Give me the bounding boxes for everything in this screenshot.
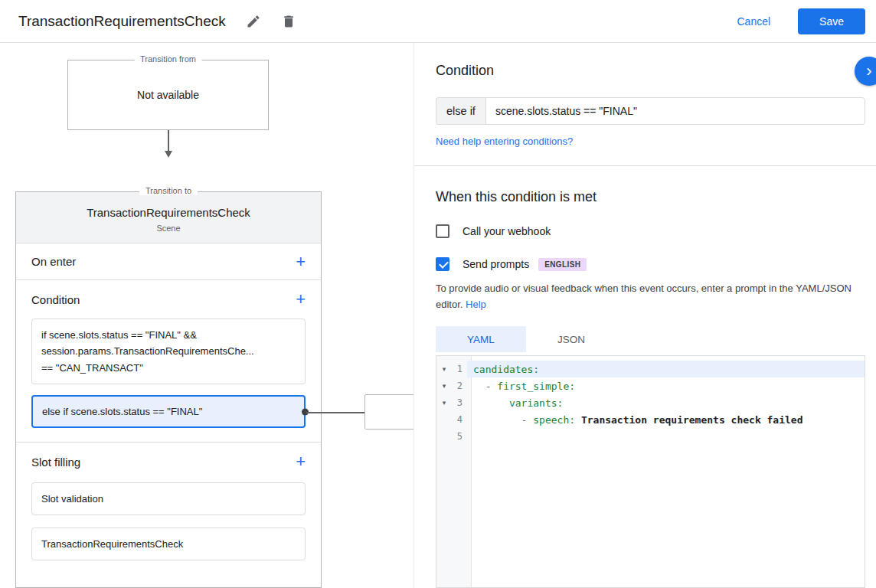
- yaml-key: variants:: [509, 397, 563, 409]
- condition-input-row: else if: [436, 97, 865, 125]
- editor-lines: ▾ 1 candidates: ▾ 2 - first_simple: ▾ 3 …: [436, 356, 865, 445]
- condition-input[interactable]: [485, 97, 865, 125]
- connector-line: [306, 412, 366, 413]
- add-condition-button[interactable]: +: [296, 291, 306, 308]
- fold-arrow-icon[interactable]: ▾: [436, 399, 452, 407]
- language-badge: ENGLISH: [538, 258, 587, 271]
- fold-arrow-icon[interactable]: ▾: [436, 365, 452, 373]
- fold-arrow-icon[interactable]: ▾: [436, 382, 452, 390]
- code-content[interactable]: - first_simple:: [467, 377, 865, 394]
- send-prompts-label: Send prompts: [463, 258, 529, 270]
- panel-title: Condition: [436, 63, 865, 79]
- prompts-description: To provide audio or visual feedback when…: [436, 280, 865, 312]
- collapse-panel-button[interactable]: ›: [855, 57, 876, 86]
- flow-arrow-down: [168, 130, 169, 152]
- add-slot-filling-button[interactable]: +: [296, 453, 306, 470]
- code-line[interactable]: 5: [436, 428, 865, 445]
- webhook-label: Call your webhook: [463, 225, 551, 237]
- condition-section-title: Condition: [31, 293, 80, 306]
- transition-from-label: Transition from: [134, 54, 202, 64]
- condition-editor-panel: › Condition else if Need help entering c…: [413, 43, 876, 588]
- scene-card-title: TransactionRequirementsCheck: [28, 206, 309, 219]
- delete-button[interactable]: [281, 14, 296, 29]
- line-number: 1: [452, 364, 467, 374]
- panel-divider: [414, 165, 876, 166]
- scene-card-subtitle: Scene: [28, 224, 309, 233]
- slot-item-transaction-check[interactable]: TransactionRequirementsCheck: [31, 528, 306, 560]
- condition-section: Condition + if scene.slots.status == "FI…: [16, 280, 321, 443]
- send-prompts-row: Send prompts ENGLISH: [436, 257, 865, 271]
- on-enter-title: On enter: [31, 255, 76, 268]
- prompts-description-text: To provide audio or visual feedback when…: [436, 283, 851, 310]
- send-prompts-checkbox[interactable]: [436, 257, 449, 271]
- condition-help-link[interactable]: Need help entering conditions?: [436, 136, 573, 147]
- line-number: 2: [452, 381, 467, 391]
- slot-item-validation[interactable]: Slot validation: [31, 482, 306, 515]
- yaml-code-editor[interactable]: ▾ 1 candidates: ▾ 2 - first_simple: ▾ 3 …: [436, 355, 865, 588]
- scene-card-header: TransactionRequirementsCheck Scene: [16, 192, 321, 243]
- code-line[interactable]: ▾ 2 - first_simple:: [436, 377, 865, 394]
- pencil-icon: [246, 14, 261, 29]
- tab-json[interactable]: JSON: [526, 326, 616, 352]
- transition-from-content: Not available: [68, 60, 268, 129]
- trash-icon: [281, 14, 296, 29]
- condition-section-head: Condition +: [16, 280, 321, 318]
- line-number: 4: [452, 414, 467, 425]
- code-content[interactable]: [467, 428, 865, 445]
- edit-button[interactable]: [246, 14, 261, 29]
- code-line[interactable]: 4 - speech: Transaction requirements che…: [436, 411, 865, 428]
- prompts-help-link[interactable]: Help: [466, 299, 486, 310]
- yaml-key: candidates:: [473, 364, 539, 375]
- condition-item-elseif-text: else if scene.slots.status == "FINAL": [42, 406, 202, 417]
- code-indent: -: [473, 381, 497, 392]
- yaml-value: Transaction requirements check failed: [575, 414, 802, 426]
- page-body: Transition from Not available Transition…: [0, 43, 876, 588]
- tab-yaml[interactable]: YAML: [436, 326, 526, 352]
- yaml-key: speech:: [533, 414, 575, 426]
- slot-filling-section: Slot filling + Slot validation Transacti…: [16, 443, 321, 560]
- top-bar: TransactionRequirementsCheck Cancel Save: [0, 0, 876, 43]
- code-content[interactable]: - speech: Transaction requirements check…: [467, 411, 865, 428]
- yaml-key: first_simple:: [497, 381, 575, 392]
- save-button[interactable]: Save: [798, 8, 865, 34]
- code-line[interactable]: ▾ 3 variants:: [436, 394, 865, 411]
- slot-filling-section-head: Slot filling +: [16, 443, 321, 481]
- webhook-row: Call your webhook: [436, 224, 865, 238]
- code-indent: -: [473, 414, 533, 426]
- flow-canvas: Transition from Not available Transition…: [0, 43, 413, 588]
- line-number: 3: [452, 397, 467, 408]
- condition-item-if[interactable]: if scene.slots.status == "FINAL" && sess…: [31, 318, 306, 384]
- scene-card: Transition to TransactionRequirementsChe…: [15, 191, 322, 588]
- on-enter-row[interactable]: On enter +: [16, 243, 321, 280]
- when-met-title: When this condition is met: [436, 189, 865, 205]
- transition-to-label: Transition to: [139, 186, 198, 195]
- webhook-checkbox[interactable]: [436, 224, 449, 238]
- code-content[interactable]: variants:: [467, 394, 865, 411]
- editor-tabs: YAML JSON: [436, 326, 865, 352]
- transition-from-node: Transition from Not available: [67, 60, 269, 130]
- page-title: TransactionRequirementsCheck: [18, 13, 226, 30]
- slot-filling-title: Slot filling: [31, 456, 80, 469]
- condition-prefix: else if: [436, 97, 485, 125]
- line-number: 5: [452, 431, 467, 442]
- code-indent: [473, 397, 509, 409]
- condition-item-elseif[interactable]: else if scene.slots.status == "FINAL": [31, 395, 306, 428]
- code-line[interactable]: ▾ 1 candidates:: [436, 361, 865, 377]
- add-on-enter-button[interactable]: +: [296, 253, 306, 270]
- chevron-right-icon: ›: [866, 61, 871, 81]
- cancel-button[interactable]: Cancel: [727, 9, 780, 34]
- code-content[interactable]: candidates:: [467, 361, 865, 377]
